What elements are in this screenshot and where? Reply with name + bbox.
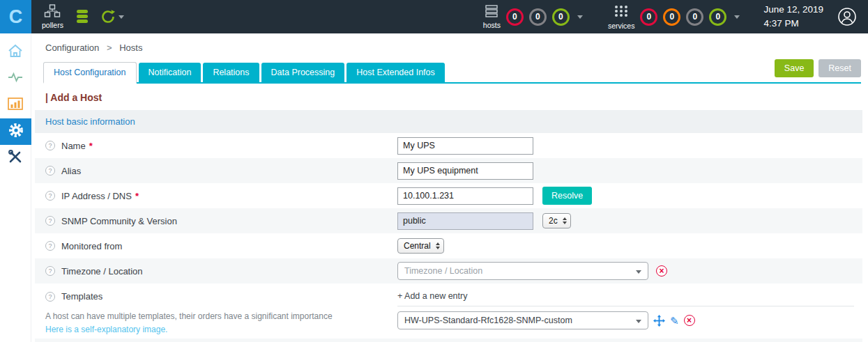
reset-button[interactable]: Reset — [818, 59, 861, 77]
current-time: 4:37 PM — [763, 17, 823, 31]
form-rows: Name * Alias IP Address / DNS * — [35, 133, 862, 342]
tab-data-processing[interactable]: Data Processing — [261, 63, 345, 82]
form-row-alias: Alias — [35, 158, 862, 183]
form-row-ip: IP Address / DNS * Resolve — [35, 183, 862, 208]
main-content: Configuration > Hosts Host Configuration… — [31, 33, 868, 342]
section-header-host-basic-information: Host basic information — [35, 110, 862, 133]
timezone-clear-icon[interactable]: × — [656, 265, 667, 277]
sidebar-item-monitoring[interactable] — [0, 65, 31, 92]
templates-note: A host can have multiple templates, thei… — [45, 311, 374, 322]
services-ok-badge[interactable]: 0 — [709, 8, 726, 26]
templates-controls: + Add a new entry HW-UPS-Standard-Rfc162… — [397, 289, 862, 329]
template-selected-value: HW-UPS-Standard-Rfc1628-SNMP-custom — [404, 316, 572, 325]
sidebar-item-reporting[interactable] — [0, 92, 31, 118]
snmp-community-input[interactable] — [397, 212, 533, 230]
snmp-label-group: SNMP Community & Version — [45, 216, 397, 226]
chevron-down-icon[interactable] — [734, 15, 740, 19]
help-icon[interactable] — [45, 292, 55, 302]
edit-template-icon[interactable]: ✎ — [670, 316, 679, 326]
monitored-from-select[interactable]: Central — [397, 238, 444, 254]
services-warning-badge[interactable]: 0 — [663, 8, 680, 26]
help-icon[interactable] — [45, 241, 55, 251]
form-actions: Save Reset — [775, 59, 861, 82]
timezone-placeholder: Timezone / Location — [404, 266, 482, 276]
hosts-menu[interactable]: hosts — [483, 5, 501, 29]
chevron-down-icon — [636, 320, 641, 323]
save-button[interactable]: Save — [775, 59, 814, 77]
tab-notification[interactable]: Notification — [139, 63, 201, 82]
sidebar-item-administration[interactable] — [0, 145, 31, 171]
templates-note-link[interactable]: Here is a self-explanatory image. — [45, 325, 397, 334]
tabs-bar: Host Configuration Notification Relation… — [43, 59, 861, 84]
help-icon[interactable] — [45, 216, 55, 226]
help-icon[interactable] — [45, 266, 55, 276]
name-input[interactable] — [397, 137, 533, 155]
snmp-label: SNMP Community & Version — [61, 216, 177, 226]
page-title: | Add a Host — [31, 84, 868, 110]
timezone-label-group: Timezone / Location — [45, 266, 397, 277]
templates-label-group: Templates A host can have multiple templ… — [45, 289, 397, 334]
sync-status-icon[interactable] — [100, 8, 124, 25]
move-template-icon[interactable] — [653, 315, 665, 327]
resolve-button[interactable]: Resolve — [542, 187, 592, 205]
help-icon[interactable] — [45, 141, 55, 150]
hosts-down-badge[interactable]: 0 — [506, 8, 524, 26]
sidebar-item-home[interactable] — [0, 39, 31, 65]
tab-host-configuration[interactable]: Host Configuration — [43, 62, 137, 84]
services-menu[interactable]: services — [608, 4, 635, 30]
monitored-from-label: Monitored from — [61, 241, 122, 251]
alias-label-group: Alias — [45, 166, 397, 176]
pollers-menu[interactable]: pollers — [42, 4, 63, 29]
monitored-from-value: Central — [404, 241, 431, 251]
timezone-label: Timezone / Location — [61, 266, 143, 277]
form-row-create-services: Create Services linked to the Template t… — [35, 339, 862, 342]
tab-relations[interactable]: Relations — [203, 63, 259, 82]
breadcrumb: Configuration > Hosts — [31, 33, 868, 59]
sidebar-item-configuration[interactable] — [0, 118, 31, 145]
delete-template-icon[interactable]: × — [684, 315, 695, 326]
select-stepper-icon — [436, 242, 440, 249]
database-status-icon[interactable] — [75, 8, 89, 25]
clock: June 12, 2019 4:37 PM — [763, 3, 823, 30]
breadcrumb-configuration[interactable]: Configuration — [45, 42, 99, 53]
hosts-up-badge[interactable]: 0 — [552, 8, 570, 26]
heartbeat-icon — [7, 70, 24, 87]
hosts-label: hosts — [483, 21, 501, 29]
services-icon — [614, 4, 629, 20]
alias-input[interactable] — [397, 162, 533, 180]
pollers-label: pollers — [42, 21, 63, 29]
hosts-icon — [484, 5, 499, 19]
chevron-down-icon[interactable] — [119, 15, 124, 19]
chevron-down-icon[interactable] — [577, 15, 583, 19]
breadcrumb-hosts[interactable]: Hosts — [119, 42, 142, 53]
services-status-group: services 0 0 0 0 — [608, 4, 740, 30]
hosts-status-group: hosts 0 0 0 — [483, 5, 583, 29]
alias-label: Alias — [61, 166, 81, 176]
user-profile-icon[interactable] — [837, 7, 857, 26]
timezone-select[interactable]: Timezone / Location — [397, 262, 648, 280]
centreon-app: C pollers — [0, 0, 868, 342]
centreon-logo[interactable]: C — [0, 0, 31, 33]
template-select[interactable]: HW-UPS-Standard-Rfc1628-SNMP-custom — [397, 311, 648, 329]
name-label-group: Name * — [45, 141, 397, 151]
form-row-timezone: Timezone / Location Timezone / Location … — [35, 258, 862, 283]
tools-icon — [7, 148, 24, 168]
services-unknown-badge[interactable]: 0 — [686, 8, 703, 26]
help-icon[interactable] — [45, 166, 55, 176]
template-entry-row: HW-UPS-Standard-Rfc1628-SNMP-custom ✎ × — [397, 311, 854, 329]
snmp-version-value: 2c — [549, 216, 558, 226]
required-asterisk: * — [89, 141, 93, 151]
monitored-from-label-group: Monitored from — [45, 241, 397, 251]
tab-host-extended-infos[interactable]: Host Extended Infos — [347, 63, 445, 82]
current-date: June 12, 2019 — [763, 3, 823, 17]
hosts-unreachable-badge[interactable]: 0 — [529, 8, 547, 26]
services-critical-badge[interactable]: 0 — [640, 8, 657, 26]
sidebar — [0, 33, 31, 342]
add-template-entry-link[interactable]: + Add a new entry — [397, 289, 854, 306]
centreon-logo-glyph: C — [9, 6, 23, 28]
help-icon[interactable] — [45, 191, 55, 201]
form-row-snmp: SNMP Community & Version 2c — [35, 208, 862, 233]
chart-icon — [8, 98, 23, 114]
snmp-version-select[interactable]: 2c — [542, 213, 571, 228]
ip-input[interactable] — [397, 187, 533, 205]
